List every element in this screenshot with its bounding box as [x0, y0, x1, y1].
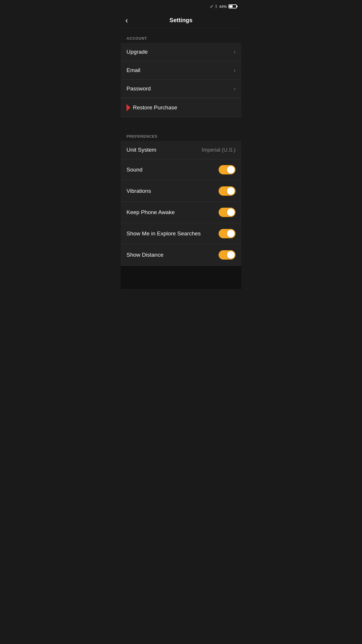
preferences-section-label: PREFERENCES	[121, 134, 241, 141]
show-me-explore-row: Show Me in Explore Searches	[121, 223, 241, 244]
keep-phone-awake-toggle[interactable]	[219, 208, 236, 217]
preferences-section: PREFERENCES Unit System Imperial (U.S.) …	[121, 134, 241, 266]
account-section-label: ACCOUNT	[121, 36, 241, 43]
upgrade-row[interactable]: Upgrade ›	[121, 43, 241, 61]
status-bar-right: ⤢ ᛒ 44%	[210, 4, 237, 9]
show-me-explore-label: Show Me in Explore Searches	[126, 230, 201, 237]
upgrade-label: Upgrade	[126, 49, 148, 55]
vibrations-toggle[interactable]	[219, 186, 236, 196]
upgrade-chevron-icon: ›	[234, 49, 236, 55]
show-me-explore-toggle[interactable]	[219, 229, 236, 238]
restore-purchase-row[interactable]: Restore Purchase	[121, 98, 241, 117]
show-distance-toggle[interactable]	[219, 250, 236, 260]
red-diamond-icon	[126, 104, 131, 111]
account-section: ACCOUNT Upgrade › Email › Password › Res…	[121, 36, 241, 117]
bluetooth-icon: ᛒ	[215, 4, 217, 9]
password-label: Password	[126, 85, 151, 92]
email-label: Email	[126, 67, 140, 74]
location-icon: ⤢	[210, 4, 213, 9]
bottom-area	[121, 266, 241, 289]
keep-phone-awake-label: Keep Phone Awake	[126, 209, 175, 216]
show-me-explore-toggle-slider	[219, 229, 236, 238]
unit-system-row[interactable]: Unit System Imperial (U.S.)	[121, 141, 241, 159]
back-icon: ‹	[125, 16, 128, 25]
show-distance-toggle-slider	[219, 250, 236, 260]
sound-toggle[interactable]	[219, 165, 236, 174]
show-distance-label: Show Distance	[126, 252, 164, 258]
battery-icon	[229, 4, 237, 8]
unit-system-value: Imperial (U.S.)	[202, 147, 236, 153]
page-title: Settings	[170, 17, 193, 24]
restore-purchase-label: Restore Purchase	[133, 104, 177, 111]
sound-label: Sound	[126, 167, 143, 173]
vibrations-toggle-slider	[219, 186, 236, 196]
password-chevron-icon: ›	[234, 86, 236, 92]
keep-phone-awake-row: Keep Phone Awake	[121, 202, 241, 223]
status-bar: ⤢ ᛒ 44%	[121, 0, 241, 13]
back-button[interactable]: ‹	[125, 16, 128, 25]
settings-header: ‹ Settings	[121, 13, 241, 28]
unit-system-label: Unit System	[126, 147, 156, 153]
password-row[interactable]: Password ›	[121, 80, 241, 98]
email-row[interactable]: Email ›	[121, 61, 241, 80]
vibrations-row: Vibrations	[121, 181, 241, 202]
vibrations-label: Vibrations	[126, 188, 151, 194]
sound-toggle-slider	[219, 165, 236, 174]
battery-percentage: 44%	[219, 4, 227, 9]
section-gap	[121, 117, 241, 126]
email-chevron-icon: ›	[234, 67, 236, 74]
sound-row: Sound	[121, 159, 241, 181]
keep-phone-awake-toggle-slider	[219, 208, 236, 217]
show-distance-row: Show Distance	[121, 244, 241, 266]
